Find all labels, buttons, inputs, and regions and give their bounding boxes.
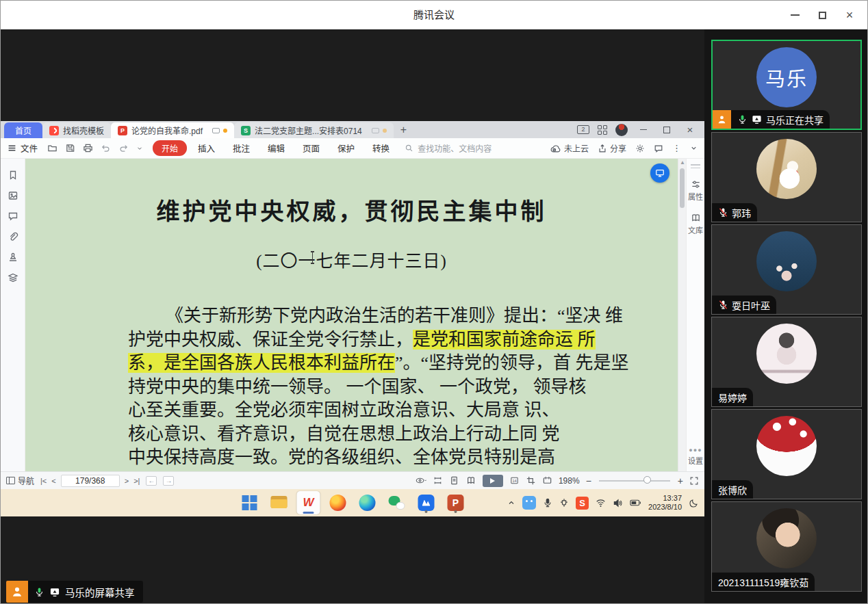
taskbar-app-powerpoint[interactable]: P [444, 491, 468, 514]
apps-grid-icon[interactable] [598, 125, 607, 135]
menubar-right: 未上云 分享 ⋮ [550, 142, 698, 154]
participant-tile[interactable]: 耍日叶巫 [711, 224, 862, 315]
fullscreen-icon[interactable] [689, 476, 699, 486]
ribbon-tab[interactable]: 批注 [233, 142, 250, 155]
account-avatar[interactable] [615, 124, 628, 136]
tray-mic-icon[interactable] [543, 498, 552, 508]
taskbar-app-wps[interactable]: W [297, 491, 320, 514]
maximize-button[interactable] [808, 1, 836, 29]
new-tab-button[interactable]: + [394, 124, 413, 136]
attachment-icon[interactable] [8, 231, 18, 242]
participant-tile[interactable]: 马乐马乐正在共享 [711, 40, 862, 130]
history-forward-button[interactable]: → [163, 476, 174, 486]
wps-tab-docer[interactable]: 找稻壳模板 [42, 122, 111, 138]
minimize-button[interactable] [781, 1, 808, 29]
properties-panel-button[interactable]: 属性 [687, 179, 704, 202]
battery-icon[interactable] [630, 499, 641, 507]
volume-icon[interactable] [613, 499, 623, 508]
zoom-in-button[interactable]: + [678, 475, 683, 486]
play-mode-button[interactable] [483, 475, 503, 487]
page-indicator[interactable]: 179/368 [61, 475, 120, 487]
wifi-icon[interactable] [596, 499, 606, 508]
tray-app-icon[interactable] [522, 496, 536, 510]
stamp-icon[interactable] [8, 252, 18, 263]
ribbon-tab[interactable]: 插入 [198, 142, 215, 155]
participant-name-badge: 郭玮 [712, 203, 757, 222]
next-page-button[interactable]: > [125, 477, 129, 485]
fit-page-icon[interactable] [542, 475, 552, 486]
zoom-slider[interactable] [599, 480, 670, 482]
print-icon[interactable] [83, 143, 93, 153]
night-mode-icon[interactable] [689, 498, 699, 508]
pdf-page[interactable]: 维护党中央权威，贯彻民主集中制 (二〇一七年二月十三日) 《关于新形势下党内政治… [25, 159, 678, 471]
save-icon[interactable] [65, 143, 75, 153]
start-ribbon-tab[interactable]: 开始 [153, 140, 187, 156]
search-box[interactable]: 查找功能、文档内容 [405, 142, 550, 154]
comment-bubble-icon[interactable] [654, 144, 663, 153]
redo-icon[interactable] [118, 143, 129, 153]
file-menu[interactable]: 文件 [8, 142, 38, 155]
crop-page-icon[interactable] [526, 475, 536, 486]
close-button[interactable]: × [836, 1, 863, 29]
zoom-slider-knob[interactable] [643, 476, 651, 484]
sogou-input-icon[interactable]: S [576, 497, 589, 510]
layers-icon[interactable] [8, 272, 18, 283]
scroll-mode-icon[interactable] [433, 475, 443, 486]
cloud-status[interactable]: 未上云 [550, 142, 589, 154]
mic-muted-icon [718, 300, 728, 310]
first-page-button[interactable]: |< [40, 477, 47, 485]
comment-tool-icon[interactable] [8, 211, 18, 222]
book-view-icon[interactable] [465, 475, 476, 486]
history-back-button[interactable]: ← [146, 476, 157, 486]
wps-close-button[interactable]: × [682, 123, 698, 137]
undo-icon[interactable] [101, 143, 111, 153]
cloud-status-label: 未上云 [564, 142, 589, 154]
image-tool-icon[interactable] [8, 190, 18, 201]
participant-tile[interactable]: 易婷婷 [711, 317, 862, 407]
participant-tile[interactable]: 202131111519雍钦茹 [711, 501, 862, 592]
wps-tab-sheet[interactable]: S法二党支部主题...安排表0714 [234, 122, 394, 138]
eye-protect-icon[interactable] [415, 475, 426, 486]
doc-scrollbar[interactable]: ▲ [678, 159, 686, 471]
participant-tile[interactable]: 郭玮 [711, 132, 862, 222]
participant-tile[interactable]: 张博欣 [711, 409, 862, 499]
share-action[interactable]: 分享 [598, 142, 626, 154]
wps-restore-button[interactable] [659, 123, 674, 137]
taskbar-app-edge[interactable] [356, 491, 379, 514]
navigation-toggle[interactable]: 导航 [6, 475, 34, 486]
ribbon-tab[interactable]: 转换 [372, 142, 390, 155]
settings-rail-button[interactable]: ●●● 设置 [687, 447, 704, 466]
scrollbar-thumb[interactable] [680, 168, 685, 208]
prev-page-button[interactable]: < [51, 477, 55, 485]
tray-device-icon[interactable] [559, 498, 569, 508]
taskbar-app-windows[interactable] [238, 491, 261, 514]
more-menu-icon[interactable]: ⋮ [672, 143, 681, 153]
wps-tab-pdf[interactable]: P论党的自我革命.pdf [111, 122, 234, 138]
scrollbar-up-arrow[interactable]: ▲ [680, 160, 685, 166]
open-folder-icon[interactable] [47, 143, 58, 153]
ribbon-tab[interactable]: 页面 [303, 142, 320, 155]
ribbon-tab[interactable]: 编辑 [268, 142, 285, 155]
toolbar-chevron-icon[interactable] [136, 145, 143, 152]
workspace-icon[interactable]: 2 [577, 125, 589, 134]
taskbar-app-meeting[interactable] [415, 491, 438, 514]
taskbar-app-explorer[interactable] [268, 491, 291, 514]
autoplay-icon[interactable]: 14 [509, 475, 520, 486]
last-page-button[interactable]: >| [133, 477, 140, 485]
wps-tab-home[interactable]: 首页 [4, 122, 42, 138]
library-panel-button[interactable]: 文库 [687, 213, 704, 235]
taskbar-app-firefox[interactable] [327, 491, 350, 514]
zoom-out-button[interactable]: − [586, 475, 591, 486]
single-page-view-icon[interactable] [449, 475, 459, 486]
clock[interactable]: 13:37 2023/8/10 [648, 494, 682, 512]
collapse-ribbon-icon[interactable] [690, 144, 698, 152]
cast-button[interactable] [650, 163, 669, 183]
taskbar-app-wechat[interactable] [385, 491, 409, 514]
settings-gear-icon[interactable] [635, 144, 645, 153]
wps-minimize-button[interactable] [636, 123, 651, 137]
tray-chevron-icon[interactable] [507, 499, 515, 507]
rail-handle[interactable] [691, 164, 700, 168]
zoom-level[interactable]: 198% [559, 476, 580, 486]
ribbon-tab[interactable]: 保护 [337, 142, 355, 155]
bookmark-icon[interactable] [8, 170, 18, 181]
